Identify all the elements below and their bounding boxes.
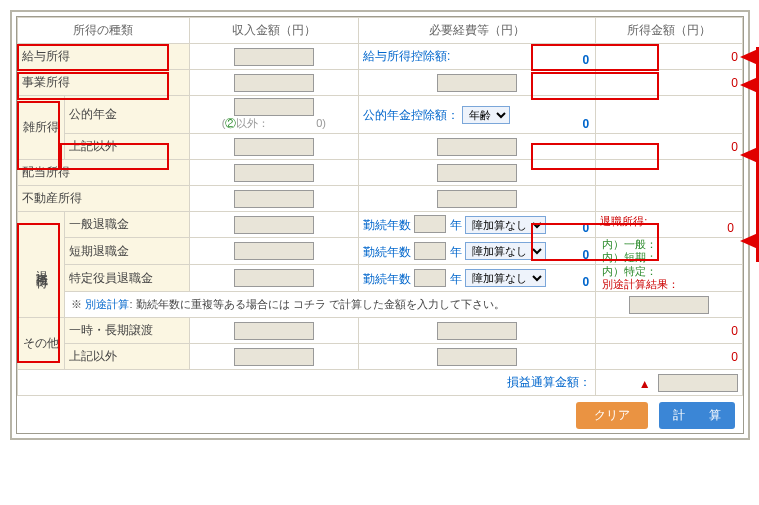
retire-short-years-input[interactable] [414,242,446,260]
row-business-label: 事業所得 [18,70,190,96]
pension-age-select[interactable]: 年齢 [462,106,510,124]
header-type: 所得の種類 [18,18,190,44]
retire-short-right1: 内）一般： [602,238,657,250]
misc-other-expense-input[interactable] [437,138,517,156]
retire-officer-val: 0 [582,275,589,289]
retire-officer-years-label: 勤続年数 [363,271,411,285]
retire-officer-years-input[interactable] [414,269,446,287]
realestate-expense-input[interactable] [437,190,517,208]
retire-general-years-label: 勤続年数 [363,218,411,232]
dividend-income-input[interactable] [234,164,314,182]
pension-sub: (②以外： 0) [222,117,326,129]
row-retire-officer-label: 特定役員退職金 [65,265,189,292]
row-other-transfer-label: 一時・長期譲渡 [65,318,189,344]
pension-income-input[interactable] [234,98,314,116]
retire-right-val: 0 [727,221,734,235]
other-rest-income-input[interactable] [234,348,314,366]
retire-general-val: 0 [582,221,589,235]
other-transfer-income-input[interactable] [234,322,314,340]
retire-short-income-input[interactable] [234,242,314,260]
row-dividend-label: 配当所得 [18,160,190,186]
retire-general-years-input[interactable] [414,215,446,233]
retire-short-add-select[interactable]: 障加算なし [465,242,546,260]
row-salary-label: 給与所得 [18,44,190,70]
row-retire-general-label: 一般退職金 [65,212,189,238]
business-amount: 0 [731,76,738,90]
business-income-input[interactable] [234,74,314,92]
row-misc-other-label: 上記以外 [65,134,189,160]
clear-button[interactable]: クリア [576,402,648,429]
other-rest-amount: 0 [731,350,738,364]
retire-officer-right2: 別途計算結果： [602,278,679,290]
retire-short-years-unit: 年 [450,244,462,258]
realestate-income-input[interactable] [234,190,314,208]
row-realestate-label: 不動産所得 [18,186,190,212]
salary-income-input[interactable] [234,48,314,66]
retire-short-val: 0 [582,248,589,262]
other-rest-expense-input[interactable] [437,348,517,366]
misc-other-income-input[interactable] [234,138,314,156]
row-misc-group: 雑所得 [18,96,65,160]
row-pension-label: 公的年金 [65,96,189,134]
salary-amount: 0 [731,50,738,64]
pension-deduction-val: 0 [582,117,589,131]
header-income: 収入金額（円） [189,18,358,44]
header-amount: 所得金額（円） [596,18,743,44]
row-other-group: その他 [18,318,65,370]
salary-deduction-label: 給与所得控除額: [363,49,450,63]
retire-extra-input[interactable] [629,296,709,314]
row-retire-group: 退職所得 [18,212,65,318]
retire-short-years-label: 勤続年数 [363,244,411,258]
salary-deduction-val: 0 [582,53,589,67]
retire-general-add-select[interactable]: 障加算なし [465,216,546,234]
other-transfer-expense-input[interactable] [437,322,517,340]
sonshi-label: 損益通算金額： [18,370,596,396]
retire-officer-years-unit: 年 [450,271,462,285]
header-expense: 必要経費等（円） [359,18,596,44]
retire-officer-right1: 内）特定： [602,265,657,277]
sonshi-triangle: ▲ [639,376,651,390]
pension-deduction-label: 公的年金控除額： [363,108,459,122]
row-other-rest-label: 上記以外 [65,344,189,370]
retire-general-years-unit: 年 [450,218,462,232]
retire-general-income-input[interactable] [234,216,314,234]
retire-short-right2: 内）短期： [602,251,657,263]
other-transfer-amount: 0 [731,324,738,338]
retire-officer-add-select[interactable]: 障加算なし [465,269,546,287]
misc-other-amount: 0 [731,140,738,154]
business-expense-input[interactable] [437,74,517,92]
retire-right-header: 退職所得: [600,214,647,229]
retire-note-link[interactable]: 別途計算 [85,298,129,310]
dividend-expense-input[interactable] [437,164,517,182]
calc-button[interactable]: 計 算 [659,402,735,429]
retire-note-body: : 勤続年数に重複等ある場合には コチラ で計算した金額を入力して下さい。 [129,298,504,310]
sonshi-input[interactable] [658,374,738,392]
retire-note-prefix: ※ [71,298,85,310]
retire-officer-income-input[interactable] [234,269,314,287]
row-retire-short-label: 短期退職金 [65,238,189,265]
